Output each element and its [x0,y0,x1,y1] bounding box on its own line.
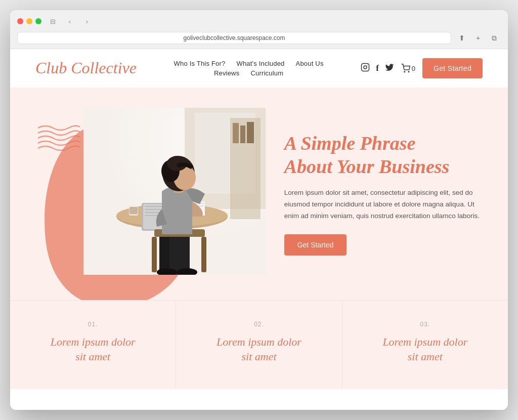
new-tab-button[interactable]: + [471,31,485,45]
main-nav: Who Is This For? What's Included About U… [174,60,324,77]
svg-rect-12 [247,122,254,143]
forward-button[interactable]: › [81,15,93,27]
nav-link-about-us[interactable]: About Us [296,60,324,67]
cart-count: 0 [412,65,415,72]
social-icons: f [361,63,394,74]
nav-link-whats-included[interactable]: What's Included [236,60,284,67]
site-header: Club Collective Who Is This For? What's … [10,49,508,88]
svg-rect-33 [152,237,157,272]
share-button[interactable]: ⬆ [455,31,468,45]
copy-tab-button[interactable]: ⧉ [488,31,501,45]
svg-rect-0 [362,64,369,71]
features-section: 01. Lorem ipsum dolor sit amet 02. Lorem… [10,300,508,389]
feature-item-2: 02. Lorem ipsum dolor sit amet [176,301,342,389]
svg-point-3 [404,71,405,72]
svg-rect-11 [240,125,245,143]
nav-row-1: Who Is This For? What's Included About U… [174,60,324,67]
feature-title-1: Lorem ipsum dolor sit amet [30,335,155,364]
site-logo: Club Collective [35,59,137,77]
address-bar[interactable]: goliveclubcollective.squarespace.com [17,32,451,44]
nav-link-curriculum[interactable]: Curriculum [250,69,283,77]
hero-headline-line1: A Simple Phrase [284,133,416,154]
hero-headline: A Simple Phrase About Your Business [284,132,483,178]
svg-rect-34 [201,237,206,272]
feature-title-2-line2: sit amet [241,350,276,363]
feature-title-1-line2: sit amet [75,350,110,363]
feature-title-2: Lorem ipsum dolor sit amet [196,335,321,364]
nav-link-reviews[interactable]: Reviews [214,69,240,77]
feature-title-2-line1: Lorem ipsum dolor [217,335,301,348]
traffic-lights [17,18,41,24]
get-started-button[interactable]: Get Started [422,58,483,78]
svg-rect-10 [233,123,239,143]
close-button[interactable] [17,18,23,24]
nav-link-who-is-this-for[interactable]: Who Is This For? [174,60,226,67]
feature-item-1: 01. Lorem ipsum dolor sit amet [10,301,176,389]
hero-section: A Simple Phrase About Your Business Lore… [10,88,508,300]
instagram-icon[interactable] [361,63,370,74]
feature-number-1: 01. [30,321,155,328]
feature-title-3-line1: Lorem ipsum dolor [382,335,467,348]
cart-icon[interactable]: 0 [401,64,415,73]
sidebar-toggle-button[interactable]: ⊟ [47,15,59,27]
feature-item-3: 03. Lorem ipsum dolor sit amet [342,301,508,389]
feature-title-3: Lorem ipsum dolor sit amet [363,335,488,364]
maximize-button[interactable] [35,18,41,24]
site-content: Club Collective Who Is This For? What's … [10,49,508,410]
facebook-icon[interactable]: f [376,63,379,73]
header-right: f 0 Get Started [361,58,483,78]
feature-title-3-line2: sit amet [408,350,443,363]
browser-window: ⊟ ‹ › goliveclubcollective.squarespace.c… [10,10,508,410]
hero-image [83,108,266,275]
hero-headline-line2: About Your Business [284,156,450,177]
feature-title-1-line1: Lorem ipsum dolor [51,335,136,348]
svg-point-2 [367,65,368,65]
feature-number-3: 03. [363,321,488,328]
feature-number-2: 02. [196,321,321,328]
back-button[interactable]: ‹ [64,15,76,27]
hero-body-text: Lorem ipsum dolor sit amet, consectetur … [284,187,483,222]
browser-chrome: ⊟ ‹ › goliveclubcollective.squarespace.c… [10,10,508,49]
svg-point-4 [408,71,409,72]
hero-cta-button[interactable]: Get Started [284,234,347,256]
hero-right: A Simple Phrase About Your Business Lore… [269,112,508,276]
minimize-button[interactable] [26,18,32,24]
hero-left [10,88,269,300]
svg-point-1 [364,66,367,69]
nav-row-2: Reviews Curriculum [214,69,283,77]
svg-rect-17 [130,207,138,214]
twitter-icon[interactable] [385,63,394,74]
